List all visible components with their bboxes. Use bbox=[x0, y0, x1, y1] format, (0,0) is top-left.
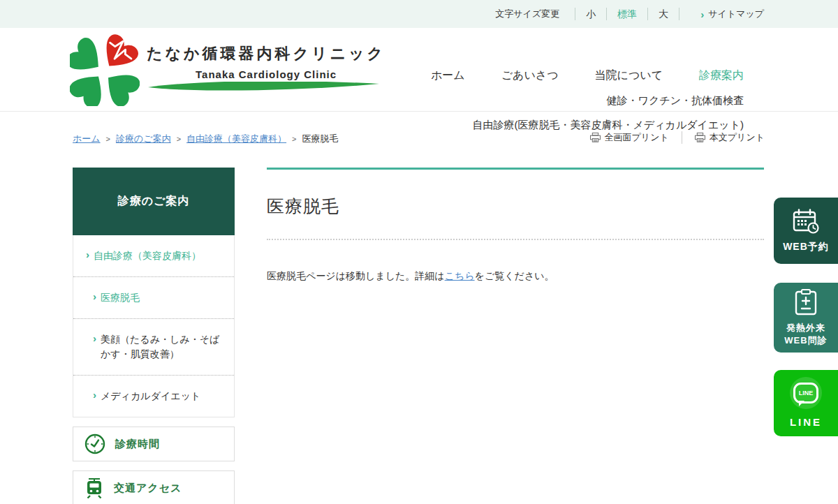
chevron-right-icon: › bbox=[93, 333, 96, 343]
breadcrumb-separator: > bbox=[106, 135, 110, 143]
breadcrumb-current-page: 医療脱毛 bbox=[302, 133, 339, 145]
print-buttons: 全画面プリント 本文プリント bbox=[590, 131, 765, 144]
quicklink-hours[interactable]: 診療時間 bbox=[73, 427, 235, 461]
line-bubble-icon: LINE bbox=[790, 377, 822, 409]
printer-icon bbox=[590, 133, 601, 142]
site-header: たなか循環器内科クリニック Tanaka Cardiology Clinic ホ… bbox=[0, 28, 838, 112]
sidebar-item-label: 医療脱毛 bbox=[101, 290, 140, 305]
quicklink-access[interactable]: 交通アクセス bbox=[73, 470, 235, 504]
clipboard-plus-icon bbox=[794, 289, 818, 316]
quicklink-access-label: 交通アクセス bbox=[114, 482, 182, 495]
font-size-large-button[interactable]: 大 bbox=[647, 8, 679, 20]
chevron-right-icon: › bbox=[93, 291, 96, 302]
nav-checkup-vaccine[interactable]: 健診・ワクチン・抗体価検査 bbox=[431, 94, 744, 108]
sitemap-label: サイトマップ bbox=[708, 8, 764, 20]
sidebar-item-label: 自由診療（美容皮膚科） bbox=[94, 249, 201, 263]
web-reservation-button[interactable]: WEB予約 bbox=[774, 198, 838, 264]
notice-paragraph: 医療脱毛ページは移動しました。詳細はこちらをご覧ください。 bbox=[267, 268, 764, 285]
chevron-right-icon: › bbox=[86, 249, 89, 260]
page-title: 医療脱毛 bbox=[267, 195, 764, 218]
web-reservation-label: WEB予約 bbox=[783, 240, 829, 253]
sidebar-title: 診療のご案内 bbox=[73, 168, 235, 235]
line-button[interactable]: LINE LINE bbox=[774, 370, 838, 436]
font-size-standard-button[interactable]: 標準 bbox=[606, 8, 647, 20]
kochira-link[interactable]: こちら bbox=[445, 270, 475, 281]
clinic-name: たなか循環器内科クリニック bbox=[147, 43, 385, 64]
nav-home[interactable]: ホーム bbox=[431, 68, 465, 83]
sidebar-item-medical-diet[interactable]: › メディカルダイエット bbox=[73, 375, 234, 417]
notice-text-before: 医療脱毛ページは移動しました。詳細は bbox=[267, 270, 445, 281]
content-accent-rule bbox=[267, 168, 764, 170]
sidebar: 診療のご案内 › 自由診療（美容皮膚科） › 医療脱毛 › 美顔（たるみ・しみ・… bbox=[73, 168, 235, 504]
global-nav-row1: ホーム ごあいさつ 当院について 診療案内 bbox=[431, 68, 744, 83]
breadcrumb-separator: > bbox=[177, 135, 181, 143]
clock-icon bbox=[84, 433, 105, 454]
notice-text-after: をご覧ください。 bbox=[475, 270, 554, 281]
train-icon bbox=[84, 477, 104, 498]
nav-greeting[interactable]: ごあいさつ bbox=[501, 68, 559, 83]
font-size-label: 文字サイズ変更 bbox=[495, 8, 559, 20]
clinic-logo-text: たなか循環器内科クリニック Tanaka Cardiology Clinic bbox=[147, 34, 385, 106]
global-nav: ホーム ごあいさつ 当院について 診療案内 健診・ワクチン・抗体価検査 自由診療… bbox=[431, 68, 744, 132]
breadcrumb-separator: > bbox=[292, 135, 296, 143]
breadcrumb-medical-guide[interactable]: 診療のご案内 bbox=[116, 133, 171, 145]
quicklink-hours-label: 診療時間 bbox=[115, 438, 160, 451]
chevron-right-icon: › bbox=[93, 390, 96, 400]
sidebar-item-label: 美顔（たるみ・しみ・そばかす・肌質改善） bbox=[101, 332, 226, 362]
sidebar-item-free-practice[interactable]: › 自由診療（美容皮膚科） bbox=[73, 235, 234, 276]
clover-heart-logo-icon bbox=[70, 34, 140, 106]
print-fullscreen-button[interactable]: 全画面プリント bbox=[590, 131, 669, 144]
nav-about[interactable]: 当院について bbox=[595, 68, 663, 83]
clinic-logo[interactable]: たなか循環器内科クリニック Tanaka Cardiology Clinic bbox=[70, 34, 385, 106]
breadcrumb-home[interactable]: ホーム bbox=[73, 133, 101, 145]
sidebar-nav-list: › 自由診療（美容皮膚科） › 医療脱毛 › 美顔（たるみ・しみ・そばかす・肌質… bbox=[73, 235, 235, 417]
top-utility-bar: 文字サイズ変更 小 標準 大 › サイトマップ bbox=[0, 0, 838, 28]
nav-medical-guide[interactable]: 診療案内 bbox=[699, 68, 744, 83]
clinic-name-en: Tanaka Cardiology Clinic bbox=[147, 68, 385, 80]
print-fullscreen-label: 全画面プリント bbox=[605, 131, 669, 144]
logo-swoosh-underline bbox=[147, 82, 381, 93]
sidebar-item-label: メディカルダイエット bbox=[101, 389, 200, 403]
sitemap-link[interactable]: › サイトマップ bbox=[700, 8, 764, 20]
sidebar-item-medical-hair-removal[interactable]: › 医療脱毛 bbox=[73, 276, 234, 318]
fever-web-interview-button[interactable]: 発熱外来WEB問診 bbox=[774, 283, 838, 353]
title-dotted-divider bbox=[267, 239, 764, 240]
chevron-right-icon: › bbox=[700, 9, 704, 20]
font-size-small-button[interactable]: 小 bbox=[575, 8, 606, 20]
breadcrumb: ホーム > 診療のご案内 > 自由診療（美容皮膚科） > 医療脱毛 bbox=[73, 133, 339, 145]
calendar-clock-icon bbox=[793, 209, 819, 234]
print-divider bbox=[682, 131, 682, 144]
line-label: LINE bbox=[790, 415, 822, 429]
sidebar-item-facial[interactable]: › 美顔（たるみ・しみ・そばかす・肌質改善） bbox=[73, 318, 234, 375]
breadcrumb-row: ホーム > 診療のご案内 > 自由診療（美容皮膚科） > 医療脱毛 全画面プリン… bbox=[0, 130, 838, 149]
font-size-switch: 小 標準 大 bbox=[575, 8, 679, 20]
breadcrumb-free-practice[interactable]: 自由診療（美容皮膚科） bbox=[186, 133, 286, 145]
print-body-label: 本文プリント bbox=[710, 131, 765, 144]
page: 文字サイズ変更 小 標準 大 › サイトマップ bbox=[0, 0, 838, 504]
main-content: 医療脱毛 医療脱毛ページは移動しました。詳細はこちらをご覧ください。 bbox=[267, 168, 764, 285]
print-body-button[interactable]: 本文プリント bbox=[695, 131, 765, 144]
printer-icon bbox=[695, 133, 705, 142]
fever-web-interview-label: 発熱外来WEB問診 bbox=[784, 322, 827, 346]
